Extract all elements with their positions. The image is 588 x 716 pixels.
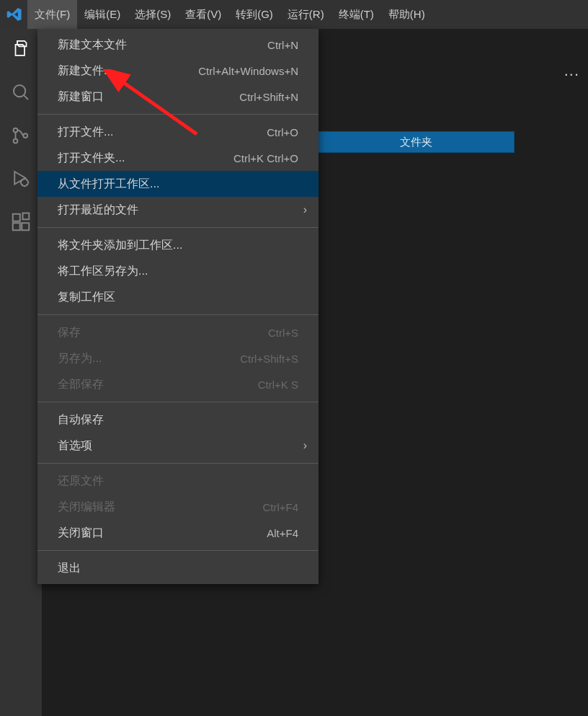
menu-item-shortcut: Ctrl+Alt+Windows+N [198, 65, 298, 77]
activity-bar [0, 29, 42, 716]
menu-item-shortcut: Ctrl+S [268, 327, 298, 339]
svg-point-0 [14, 85, 25, 97]
menu-item[interactable]: 关闭窗口Alt+F4 [37, 520, 318, 546]
menu-item-label: 打开文件夹... [58, 151, 125, 166]
menu-item[interactable]: 新建文本文件Ctrl+N [37, 32, 318, 58]
menu-item[interactable]: 复制工作区 [37, 284, 318, 310]
menu-item-shortcut: Ctrl+F4 [262, 501, 298, 513]
svg-point-3 [23, 133, 27, 138]
menu-item-shortcut: Ctrl+Shift+S [240, 353, 298, 365]
menu-item[interactable]: 打开最近的文件› [37, 197, 318, 223]
chevron-right-icon: › [303, 439, 307, 452]
source-control-icon[interactable] [9, 124, 32, 147]
open-folder-button[interactable]: 文件夹 [317, 131, 514, 153]
svg-rect-5 [13, 214, 20, 221]
explorer-icon[interactable] [9, 37, 32, 61]
menu-view[interactable]: 查看(V) [178, 0, 228, 29]
menu-item-label: 另存为... [58, 351, 102, 366]
menu-item[interactable]: 从文件打开工作区... [37, 171, 318, 197]
menu-item-label: 关闭编辑器 [58, 500, 115, 515]
menu-item[interactable]: 将工作区另存为... [37, 258, 318, 284]
menu-help[interactable]: 帮助(H) [381, 0, 432, 29]
menu-item[interactable]: 打开文件夹...Ctrl+K Ctrl+O [37, 145, 318, 171]
menu-item-label: 退出 [58, 561, 81, 576]
menu-item-label: 将工作区另存为... [58, 264, 148, 279]
menu-item-label: 保存 [58, 325, 81, 340]
menu-terminal[interactable]: 终端(T) [331, 0, 381, 29]
menu-item[interactable]: 新建窗口Ctrl+Shift+N [37, 84, 318, 110]
menu-item[interactable]: 将文件夹添加到工作区... [37, 232, 318, 258]
menu-item[interactable]: 打开文件...Ctrl+O [37, 119, 318, 145]
chevron-right-icon: › [303, 203, 307, 216]
menu-item-shortcut: Ctrl+K S [258, 379, 298, 391]
menu-separator [37, 227, 318, 228]
menu-item-label: 首选项 [58, 438, 92, 454]
vscode-logo-icon [6, 6, 23, 23]
svg-point-2 [14, 139, 18, 143]
menu-go[interactable]: 转到(G) [228, 0, 280, 29]
menu-item: 全部保存Ctrl+K S [37, 371, 318, 397]
menu-item-label: 新建文本文件 [58, 37, 127, 53]
menu-item-label: 复制工作区 [58, 290, 115, 305]
menu-file[interactable]: 文件(F) [27, 0, 77, 29]
menu-selection[interactable]: 选择(S) [128, 0, 178, 29]
menu-item: 还原文件 [37, 468, 318, 494]
menu-item[interactable]: 新建文件...Ctrl+Alt+Windows+N [37, 58, 318, 84]
menu-separator [37, 114, 318, 115]
search-icon[interactable] [9, 81, 32, 104]
menu-item[interactable]: 自动保存 [37, 407, 318, 433]
menu-item-label: 将文件夹添加到工作区... [58, 238, 182, 253]
menu-item-shortcut: Ctrl+K Ctrl+O [233, 152, 298, 164]
menu-item-label: 关闭窗口 [58, 526, 104, 541]
menu-separator [37, 550, 318, 551]
menu-edit[interactable]: 编辑(E) [77, 0, 128, 29]
menu-item-shortcut: Ctrl+N [267, 39, 298, 51]
svg-point-1 [14, 128, 18, 133]
menu-item-label: 全部保存 [58, 377, 104, 392]
menu-item-shortcut: Ctrl+Shift+N [239, 91, 298, 103]
title-bar: 文件(F) 编辑(E) 选择(S) 查看(V) 转到(G) 运行(R) 终端(T… [0, 0, 588, 29]
menu-item: 关闭编辑器Ctrl+F4 [37, 494, 318, 520]
menu-item-label: 新建文件... [58, 63, 113, 79]
menu-separator [37, 402, 318, 402]
extensions-icon[interactable] [9, 211, 32, 234]
menu-item[interactable]: 首选项› [37, 433, 318, 459]
menu-separator [37, 463, 318, 464]
svg-rect-7 [22, 223, 29, 230]
menu-item-label: 新建窗口 [58, 89, 104, 105]
run-debug-icon[interactable] [9, 167, 32, 190]
menu-item: 另存为...Ctrl+Shift+S [37, 345, 318, 371]
menu-item-label: 打开最近的文件 [58, 203, 138, 218]
menu-bar: 文件(F) 编辑(E) 选择(S) 查看(V) 转到(G) 运行(R) 终端(T… [27, 0, 432, 29]
file-menu-dropdown: 新建文本文件Ctrl+N新建文件...Ctrl+Alt+Windows+N新建窗… [37, 29, 318, 584]
menu-item[interactable]: 退出 [37, 555, 318, 581]
menu-separator [37, 314, 318, 315]
menu-item-label: 自动保存 [58, 412, 104, 428]
more-actions-icon[interactable]: ··· [564, 65, 579, 84]
menu-item-shortcut: Alt+F4 [267, 527, 298, 539]
menu-item-shortcut: Ctrl+O [267, 126, 298, 138]
menu-item: 保存Ctrl+S [37, 319, 318, 345]
menu-item-label: 还原文件 [58, 474, 104, 489]
menu-item-label: 从文件打开工作区... [58, 177, 159, 192]
menu-run[interactable]: 运行(R) [280, 0, 331, 29]
menu-item-label: 打开文件... [58, 125, 113, 140]
svg-rect-8 [23, 213, 30, 220]
svg-rect-6 [13, 223, 20, 230]
